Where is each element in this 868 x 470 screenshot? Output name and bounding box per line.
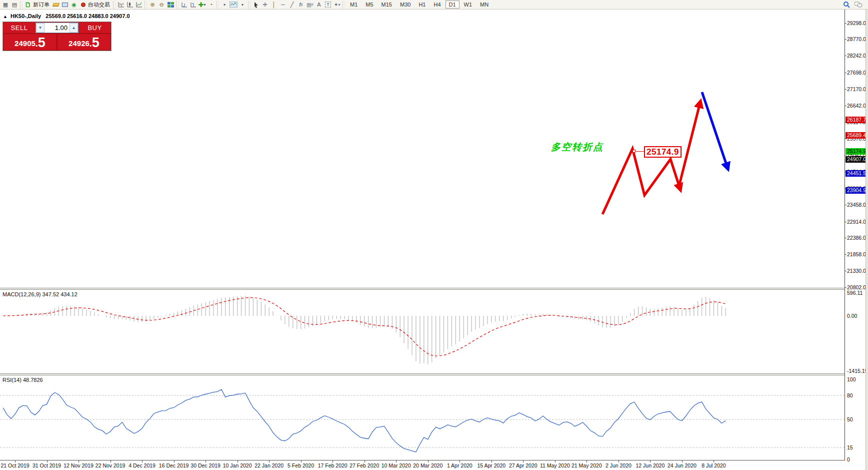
sell-price-button[interactable]: 24905.5 [4,34,56,50]
candle [260,48,262,54]
price-callout-box[interactable]: 25174.9 [644,146,682,158]
timeframe-button-D1[interactable]: D1 [446,1,460,9]
candle [399,157,402,179]
candle [613,198,616,208]
add-indicator-icon[interactable]: ✚▾ [198,1,206,9]
candlestick-icon[interactable] [126,1,134,9]
new-order-button[interactable]: 新订单 [33,1,50,9]
candle [336,79,338,82]
green-support-bar[interactable] [686,148,748,154]
search-icon[interactable] [842,1,851,9]
candle [641,150,644,163]
hline-tool-icon[interactable]: ─ [278,1,288,9]
gold-bar-icon[interactable] [52,1,60,9]
candle [344,85,346,88]
candle [359,108,362,116]
price-tick-label: 26642.0 [847,103,866,109]
date-label: 4 Dec 2019 [128,462,156,468]
candle [304,94,306,99]
indicator-window-icon[interactable] [180,1,188,9]
one-click-trading-panel: SELL ▼ 1.00 ▲ BUY 24905.5 24926.5 [2,22,112,51]
label-tool-icon[interactable]: T [324,1,332,9]
timeframe-button-M5[interactable]: M5 [362,1,376,9]
terminal-icon[interactable] [60,1,70,9]
candle [145,110,148,116]
volume-input[interactable]: 1.00 [44,23,70,33]
candle [184,74,187,80]
volume-increase-button[interactable]: ▲ [70,23,78,33]
template-dropdown-icon[interactable]: ▾ [238,1,247,9]
line-chart-icon[interactable] [134,1,144,9]
candle [328,74,330,76]
timeframe-button-W1[interactable]: W1 [460,1,476,9]
candle [66,77,68,82]
timeframe-button-MN[interactable]: MN [476,1,492,9]
toolbar-separator [113,1,116,9]
candle [363,116,366,119]
candle [621,178,624,191]
candle [566,182,568,183]
autotrade-button[interactable]: 自动交易 [88,1,110,9]
price-badge-26187.7: 26187.7 [846,117,868,123]
template-icon[interactable] [229,1,238,9]
autotrade-icon[interactable] [78,1,88,9]
vline-tool-icon[interactable]: │ [270,1,278,9]
zoom-out-icon[interactable]: ⊖ [157,1,166,9]
candle [490,174,492,178]
indicators-dropdown-icon[interactable]: ▾ [220,1,229,9]
date-label: 15 Apr 2020 [477,462,506,468]
candle [232,39,234,40]
buy-price-button[interactable]: 24926.5 [58,34,110,50]
zoom-in-icon[interactable]: ⊕ [148,1,157,9]
price-tickmark [845,222,846,222]
buy-button[interactable]: BUY [79,23,110,33]
signals-icon[interactable]: ◉ [70,1,78,9]
volume-decrease-button[interactable]: ▼ [36,23,44,33]
date-label: 21 May 2020 [572,462,602,468]
candle [514,168,516,171]
timeframe-button-H1[interactable]: H1 [415,1,429,9]
chat-icon[interactable] [854,1,863,9]
indicator-window2-icon[interactable] [188,1,198,9]
clock-icon[interactable]: ◔ [206,1,216,9]
rsi-panel[interactable] [0,375,845,460]
tile-windows-icon[interactable] [166,1,175,9]
turning-point-annotation[interactable]: 多空转折点 [551,141,604,154]
window-scrollbar-strip[interactable] [866,10,868,470]
timeframe-button-M15[interactable]: M15 [378,1,396,9]
crosshair-icon[interactable]: ✛ [260,1,270,9]
macd-panel[interactable] [0,290,845,373]
candle [554,180,556,184]
profiles-icon[interactable]: ▤ [10,1,19,9]
cursor-icon[interactable] [252,1,260,9]
candle [46,96,48,98]
price-axis[interactable]: 29298.028770.028242.027698.027170.026642… [845,10,868,460]
candle [89,94,92,98]
candle [212,51,215,54]
candle [34,104,36,105]
date-label: 22 Nov 2019 [96,462,126,468]
buy-price-frac: 5 [92,36,100,50]
text-tool-icon[interactable]: A [314,1,324,9]
new-chart-icon[interactable]: ▦ [1,1,10,9]
panel-splitter-macd[interactable] [0,288,845,290]
fibonacci-tool-icon[interactable]: fE [296,1,306,9]
candle [192,66,195,71]
timeframe-toolbar: M1M5M15M30H1H4D1W1MN [346,1,492,9]
panel-splitter-rsi[interactable] [0,373,845,375]
sell-button[interactable]: SELL [4,23,35,33]
timeframe-button-M1[interactable]: M1 [346,1,361,9]
shapes-tool-icon[interactable]: ✦▾ [332,1,342,9]
candle [200,60,203,65]
timeframe-button-M30[interactable]: M30 [396,1,414,9]
bar-chart-icon[interactable] [116,1,126,9]
grid-tool-icon[interactable]: ▦F [306,1,314,9]
horizontal-level-lines[interactable] [0,120,845,192]
toolbar: ▦ ▤ 🗋 新订单 ◉ 自动交易 ⊕ ⊖ ✚▾ ◔ ▾ ▾ ✛ │ ─ ╱ fE… [0,0,868,10]
price-tick-label: 22914.0 [847,219,866,225]
candle [129,112,132,116]
trendline-tool-icon[interactable]: ╱ [288,1,296,9]
timeframe-button-H4[interactable]: H4 [430,1,444,9]
date-axis[interactable]: 21 Oct 201931 Oct 201912 Nov 201922 Nov … [0,460,845,470]
new-order-icon[interactable]: 🗋 [24,1,32,9]
